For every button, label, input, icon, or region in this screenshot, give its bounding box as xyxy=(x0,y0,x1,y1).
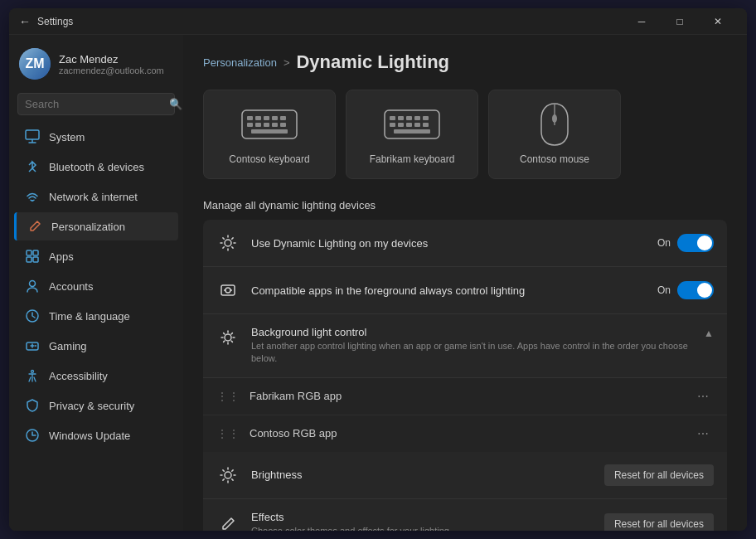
use-dynamic-lighting-row: Use Dynamic Lighting on my devices On xyxy=(203,220,727,267)
toggle-on-label-1: On xyxy=(657,237,671,249)
background-light-desc: Let another app control lighting when an… xyxy=(251,340,692,366)
svg-point-54 xyxy=(230,289,232,291)
svg-rect-6 xyxy=(27,257,32,262)
svg-point-53 xyxy=(224,289,225,291)
svg-rect-25 xyxy=(272,123,278,127)
brightness-row: Brightness Reset for all devices xyxy=(203,452,727,499)
window-title: Settings xyxy=(37,16,73,27)
fabrikam-rgb-row: ⋮⋮ Fabrikam RGB app ⋯ xyxy=(203,378,727,415)
settings-container: Use Dynamic Lighting on my devices On xyxy=(203,220,727,531)
title-bar-left: ← Settings xyxy=(19,15,623,28)
contoso-rgb-row: ⋮⋮ Contoso RGB app ⋯ xyxy=(203,415,727,452)
device-card-contoso-mouse[interactable]: Contoso mouse xyxy=(488,90,621,179)
sidebar-item-network[interactable]: Network & internet xyxy=(14,182,178,211)
svg-line-48 xyxy=(232,247,233,248)
svg-point-56 xyxy=(225,472,231,478)
device-card-contoso-keyboard[interactable]: Contoso keyboard xyxy=(203,90,336,179)
svg-rect-51 xyxy=(221,285,235,295)
effects-row: Effects Choose color themes and effects … xyxy=(203,499,727,531)
main-layout: ZM Zac Mendez zacmendez@outlook.com 🔍 Sy… xyxy=(9,35,747,531)
windows-update-icon xyxy=(24,427,41,444)
sidebar-item-label-apps: Apps xyxy=(49,250,74,263)
svg-rect-22 xyxy=(247,123,253,127)
sidebar-item-gaming[interactable]: Gaming xyxy=(14,332,178,360)
settings-window: ← Settings ─ □ ✕ ZM Zac Mendez zacmendez… xyxy=(9,8,747,531)
back-icon[interactable]: ← xyxy=(19,15,31,28)
accounts-icon xyxy=(24,278,41,294)
svg-rect-37 xyxy=(414,123,420,127)
close-button[interactable]: ✕ xyxy=(699,8,737,35)
svg-point-3 xyxy=(32,201,33,202)
fabrikam-keyboard-label: Fabrikam keyboard xyxy=(370,153,455,165)
bluetooth-icon xyxy=(24,158,41,175)
effects-desc: Choose color themes and effects for your… xyxy=(251,525,593,531)
svg-point-14 xyxy=(32,371,34,373)
brightness-text: Brightness xyxy=(251,469,593,481)
toggle-on-label-2: On xyxy=(657,284,671,296)
svg-rect-23 xyxy=(255,123,261,127)
svg-point-55 xyxy=(225,334,231,341)
contoso-keyboard-label: Contoso keyboard xyxy=(229,153,309,165)
compatible-apps-row: Compatible apps in the foreground always… xyxy=(203,267,727,314)
title-bar: ← Settings ─ □ ✕ xyxy=(9,8,747,35)
svg-line-62 xyxy=(232,478,233,479)
drag-handle-contoso[interactable]: ⋮⋮ xyxy=(216,427,240,440)
svg-rect-38 xyxy=(423,123,429,127)
svg-rect-31 xyxy=(406,116,412,120)
user-info: Zac Mendez zacmendez@outlook.com xyxy=(59,53,164,75)
fabrikam-keyboard-icon xyxy=(383,104,441,145)
network-icon xyxy=(24,188,41,205)
svg-rect-39 xyxy=(394,129,430,134)
compatible-apps-toggle[interactable] xyxy=(677,281,714,299)
sidebar-item-apps[interactable]: Apps xyxy=(14,242,178,270)
effects-reset-button[interactable]: Reset for all devices xyxy=(604,513,714,531)
fabrikam-rgb-name: Fabrikam RGB app xyxy=(250,390,682,402)
sidebar-item-label-personalization: Personalization xyxy=(51,221,125,233)
gaming-icon xyxy=(24,337,41,354)
sidebar-item-label-accessibility: Accessibility xyxy=(49,370,108,382)
use-dynamic-lighting-title: Use Dynamic Lighting on my devices xyxy=(251,237,646,250)
sidebar-item-bluetooth[interactable]: Bluetooth & devices xyxy=(14,153,178,181)
sidebar-item-personalization[interactable]: Personalization xyxy=(14,212,178,240)
device-cards: Contoso keyboard xyxy=(203,90,727,179)
svg-point-52 xyxy=(225,288,230,293)
sidebar-item-label-windows-update: Windows Update xyxy=(49,430,130,442)
collapse-chevron-icon: ▲ xyxy=(704,328,714,339)
breadcrumb: Personalization > Dynamic Lighting xyxy=(203,51,727,73)
sidebar-item-system[interactable]: System xyxy=(14,123,178,151)
sidebar-item-windows-update[interactable]: Windows Update xyxy=(14,421,178,449)
svg-rect-19 xyxy=(264,116,269,120)
svg-rect-0 xyxy=(26,130,39,139)
svg-rect-5 xyxy=(33,250,38,255)
breadcrumb-parent[interactable]: Personalization xyxy=(203,56,277,69)
search-box[interactable]: 🔍 xyxy=(17,93,175,115)
use-dynamic-lighting-toggle[interactable] xyxy=(677,234,714,252)
brightness-reset-button[interactable]: Reset for all devices xyxy=(604,464,714,486)
sidebar-item-privacy[interactable]: Privacy & security xyxy=(14,391,178,420)
svg-rect-17 xyxy=(247,116,253,120)
background-light-control-row[interactable]: Background light control Let another app… xyxy=(203,314,727,378)
maximize-button[interactable]: □ xyxy=(661,8,699,35)
sidebar-item-accounts[interactable]: Accounts xyxy=(14,272,178,300)
user-profile[interactable]: ZM Zac Mendez zacmendez@outlook.com xyxy=(9,41,183,90)
time-icon xyxy=(24,308,41,324)
device-card-fabrikam-keyboard[interactable]: Fabrikam keyboard xyxy=(346,90,478,179)
svg-line-49 xyxy=(232,238,233,239)
sidebar-item-accessibility[interactable]: Accessibility xyxy=(14,362,178,390)
sidebar-item-time[interactable]: Time & language xyxy=(14,302,178,330)
contoso-rgb-name: Contoso RGB app xyxy=(250,427,682,439)
fabrikam-rgb-more-button[interactable]: ⋯ xyxy=(692,388,714,405)
svg-rect-18 xyxy=(255,116,261,120)
sidebar: ZM Zac Mendez zacmendez@outlook.com 🔍 Sy… xyxy=(9,35,183,531)
sidebar-item-label-privacy: Privacy & security xyxy=(49,400,134,412)
background-light-title: Background light control xyxy=(251,326,692,338)
contoso-mouse-icon xyxy=(526,104,584,145)
user-name: Zac Mendez xyxy=(59,53,164,66)
svg-rect-26 xyxy=(280,123,286,127)
svg-rect-36 xyxy=(406,123,412,127)
minimize-button[interactable]: ─ xyxy=(623,8,661,35)
svg-rect-29 xyxy=(390,116,395,120)
drag-handle-fabrikam[interactable]: ⋮⋮ xyxy=(216,390,240,403)
search-input[interactable] xyxy=(25,98,164,110)
contoso-rgb-more-button[interactable]: ⋯ xyxy=(692,425,714,442)
